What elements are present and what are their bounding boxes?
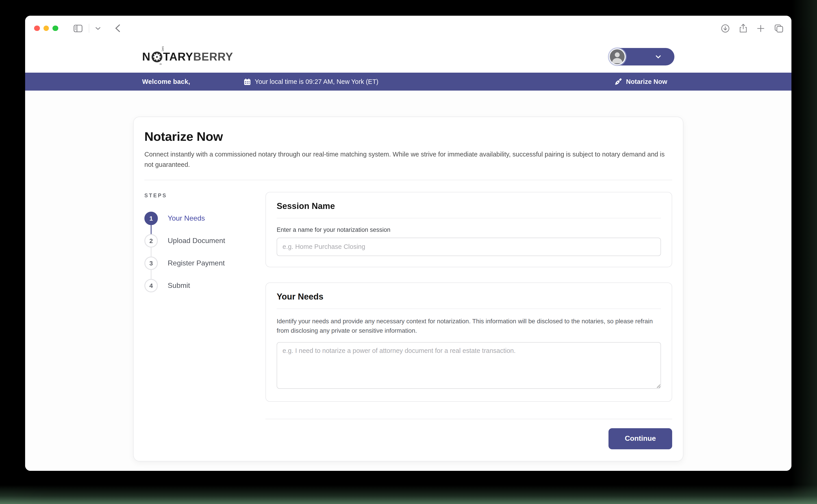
your-needs-title: Your Needs [277, 292, 661, 302]
browser-window: N 1ers [25, 16, 791, 471]
download-icon[interactable] [721, 24, 730, 33]
steps-heading: STEPS [144, 193, 247, 198]
step-submit[interactable]: 4 Submit [144, 279, 247, 292]
chevron-down-icon [656, 55, 661, 59]
notarize-now-link[interactable]: Notarize Now [615, 78, 674, 85]
chevron-down-icon[interactable] [95, 27, 100, 30]
notarize-now-card: Notarize Now Connect instantly with a co… [133, 117, 683, 461]
sidebar-icon[interactable] [73, 24, 82, 32]
local-time-text: Your local time is 09:27 AM, New York (E… [255, 78, 378, 85]
session-name-label: Enter a name for your notarization sessi… [277, 226, 661, 233]
session-name-card: Session Name Enter a name for your notar… [265, 192, 672, 267]
tabs-overview-icon[interactable] [774, 24, 783, 33]
step-connector [151, 248, 152, 256]
logo-text-pre: N [142, 50, 150, 63]
step-number: 4 [144, 279, 158, 292]
account-menu-button[interactable] [608, 48, 674, 65]
welcome-text: Welcome back, [142, 78, 190, 85]
welcome-banner: Welcome back, Your local [25, 73, 791, 91]
step-label: Upload Document [168, 237, 225, 245]
step-upload-document[interactable]: 2 Upload Document [144, 234, 247, 256]
your-needs-textarea[interactable] [277, 342, 661, 389]
card-divider [277, 308, 661, 309]
logo-micro-text: 1ers [161, 46, 164, 51]
session-name-input[interactable] [277, 238, 661, 256]
step-your-needs[interactable]: 1 Your Needs [144, 212, 247, 234]
back-icon[interactable] [115, 24, 120, 32]
logo-micro-text: 9 [159, 63, 162, 65]
card-divider [277, 218, 661, 218]
your-needs-description: Identify your needs and provide any nece… [277, 317, 661, 336]
step-register-payment[interactable]: 3 Register Payment [144, 256, 247, 279]
session-name-title: Session Name [277, 201, 661, 211]
avatar [610, 49, 625, 64]
page-title: Notarize Now [144, 130, 672, 144]
page-background: Notarize Now Connect instantly with a co… [25, 91, 791, 471]
minimize-window-button[interactable] [43, 26, 49, 31]
zoom-window-button[interactable] [52, 26, 58, 31]
new-tab-icon[interactable] [757, 24, 765, 32]
site-header: N 1ers [25, 41, 791, 73]
step-label: Your Needs [168, 214, 205, 222]
step-connector [151, 225, 152, 234]
desktop: N 1ers [0, 0, 817, 504]
share-icon[interactable] [739, 24, 747, 33]
calendar-icon [244, 78, 251, 85]
local-time: Your local time is 09:27 AM, New York (E… [244, 78, 378, 85]
step-number: 2 [144, 234, 158, 248]
notaryberry-logo[interactable]: N 1ers [142, 50, 233, 63]
section-divider [144, 180, 672, 180]
steps-sidebar: STEPS 1 Your Needs 2 Upload Document [144, 192, 247, 449]
close-window-button[interactable] [34, 26, 40, 31]
page-description: Connect instantly with a commissioned no… [144, 149, 672, 170]
browser-toolbar [25, 16, 791, 41]
form-column: Session Name Enter a name for your notar… [265, 192, 672, 449]
step-label: Register Payment [168, 259, 225, 267]
step-label: Submit [168, 282, 190, 290]
berry-icon: 1ers 9 [151, 51, 163, 63]
step-number: 3 [144, 256, 158, 270]
step-number: 1 [144, 212, 158, 225]
notarize-now-label: Notarize Now [626, 78, 667, 85]
traffic-lights [34, 26, 58, 31]
footer-divider [265, 419, 672, 419]
your-needs-card: Your Needs Identify your needs and provi… [265, 282, 672, 402]
continue-button[interactable]: Continue [608, 428, 672, 449]
toolbar-divider [89, 24, 89, 33]
pen-nib-icon [615, 78, 622, 85]
step-connector [151, 270, 152, 279]
logo-text-mid: TARY [163, 50, 193, 63]
logo-text-tail: BERRY [193, 50, 233, 63]
